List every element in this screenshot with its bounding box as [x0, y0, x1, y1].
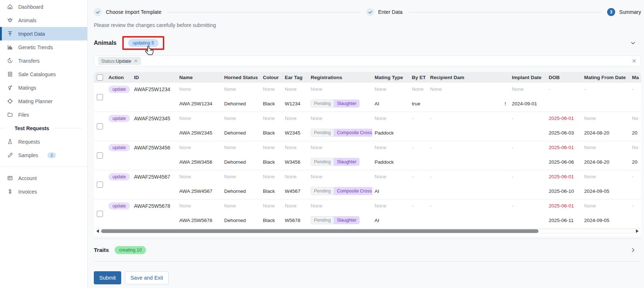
row-checkbox[interactable] — [97, 94, 103, 100]
update-badge: update — [108, 173, 130, 180]
flask-icon — [7, 139, 13, 145]
col-implant-date: Implant Date — [510, 75, 547, 80]
save-and-exit-button[interactable]: Save and Exit — [125, 271, 168, 284]
pen-icon — [7, 152, 13, 159]
registration-pending: Pending — [311, 216, 334, 224]
cell-old-registrations: None — [308, 83, 372, 96]
step-enter-data[interactable]: Enter Data — [366, 8, 403, 16]
cell-new-mating-from — [582, 96, 630, 112]
step1-check-icon — [94, 8, 102, 16]
sidebar-item-mating-planner[interactable]: Mating Planner — [0, 94, 87, 108]
scroll-left-arrow[interactable] — [96, 229, 99, 233]
step-summary[interactable]: 3 Summary — [607, 8, 641, 16]
row-checkbox[interactable] — [97, 182, 103, 188]
sidebar-item-label: Animals — [18, 17, 37, 23]
sidebar-item-transfers[interactable]: Transfers — [0, 54, 87, 67]
cell-new-mating-from: 2024-08-20 — [582, 125, 630, 141]
cell-new-colour: Black — [261, 125, 283, 141]
step1-label: Choose Import Template — [106, 9, 161, 15]
cell-old-implant-date: - — [510, 170, 547, 183]
scrollbar-track[interactable] — [100, 229, 635, 233]
cell-old-colour: None — [261, 170, 283, 183]
registration-type: Slaughter — [334, 216, 360, 224]
cell-old-horned: None — [222, 199, 261, 212]
folder-icon — [7, 112, 13, 118]
cell-old-colour: None — [261, 83, 283, 96]
row-checkbox[interactable] — [97, 211, 103, 217]
traits-expand-chevron-right-icon[interactable] — [629, 246, 637, 254]
cell-new-name: AWA 25W4567 — [177, 183, 222, 199]
cell-action: update — [106, 141, 132, 154]
col-action: Action — [106, 75, 132, 80]
cell-old-recipient-dam: - — [428, 112, 510, 125]
cell-old-horned: None — [222, 170, 261, 183]
cell-old-registrations: None — [308, 112, 372, 125]
catalogue-icon — [7, 71, 13, 78]
registration-pill: Pending Composite Cross — [311, 129, 372, 137]
row-checkbox[interactable] — [97, 123, 103, 129]
sidebar-item-files[interactable]: Files — [0, 108, 87, 121]
cell-old-mating-from: - — [582, 83, 630, 96]
cell-old-ear-tag: None — [283, 112, 308, 125]
cell-old-by-et: - — [410, 112, 428, 125]
sidebar: Dashboard Animals Import Data Genetic Tr… — [0, 0, 88, 288]
cell-old-ear-tag: None — [283, 141, 308, 154]
bar-chart-icon — [7, 44, 13, 51]
cell-old-name: None — [177, 112, 222, 125]
home-icon — [7, 4, 13, 10]
card-icon — [7, 175, 13, 182]
scrollbar-thumb[interactable] — [101, 229, 538, 233]
mating-icon — [7, 85, 13, 91]
cell-old-clipped: - — [630, 199, 641, 212]
cell-new-recipient-dam — [428, 154, 510, 170]
row-checkbox[interactable] — [97, 152, 103, 159]
sidebar-item-sale-catalogues[interactable]: Sale Catalogues — [0, 67, 87, 81]
step2-check-icon — [366, 8, 374, 16]
chip-remove-icon[interactable] — [134, 59, 138, 63]
cell-old-mating-from: None — [582, 112, 630, 125]
sidebar-item-samples[interactable]: Samples 2 — [0, 148, 87, 162]
animals-collapse-chevron-down-icon[interactable] — [629, 39, 637, 47]
cell-empty — [106, 183, 132, 199]
cell-new-horned: Dehorned — [222, 125, 261, 141]
sidebar-item-genetic-trends[interactable]: Genetic Trends — [0, 40, 87, 54]
col-colour: Colour — [261, 75, 283, 80]
animals-table-card: Action ID Name Horned Status Colour Ear … — [94, 72, 641, 236]
step-choose-template[interactable]: Choose Import Template — [94, 8, 161, 16]
clear-filters-icon[interactable] — [632, 58, 637, 63]
cell-new-colour: Black — [261, 212, 283, 228]
sidebar-item-invoices[interactable]: Invoices — [0, 185, 87, 198]
cell-old-ear-tag: None — [283, 199, 308, 212]
sidebar-item-label: Mating Planner — [18, 98, 53, 104]
sidebar-item-animals[interactable]: Animals — [0, 13, 87, 27]
sidebar-item-account[interactable]: Account — [0, 171, 87, 185]
sidebar-item-matings[interactable]: Matings — [0, 81, 87, 94]
animals-section-header: Animals updating 5 — [94, 35, 641, 51]
sidebar-item-import-data[interactable]: Import Data — [0, 27, 87, 40]
sidebar-item-dashboard[interactable]: Dashboard — [0, 0, 87, 13]
cell-old-colour: None — [261, 199, 283, 212]
table-row: update AWAF25W5678 None None None None N… — [94, 199, 641, 229]
update-badge: update — [108, 144, 130, 151]
cell-new-mating-from: 2024-09-05 — [582, 183, 630, 199]
cell-id: AWAF25W1234 — [132, 83, 177, 96]
sidebar-divider — [0, 167, 87, 167]
cell-new-name: AWA 25W5678 — [177, 212, 222, 228]
cell-empty — [106, 125, 132, 141]
update-badge: update — [108, 86, 130, 93]
cell-old-by-et: - — [410, 141, 428, 154]
cell-old-mating-type: None — [372, 170, 410, 183]
cell-old-mating-from: None — [582, 199, 630, 212]
step2-label: Enter Data — [378, 9, 403, 15]
cell-new-mating-type: Paddock — [372, 154, 410, 170]
select-all-checkbox[interactable] — [97, 74, 103, 81]
col-dob: DOB — [547, 75, 582, 80]
submit-button[interactable]: Submit — [94, 271, 121, 284]
cell-new-name: AWA 25W2345 — [177, 125, 222, 141]
scroll-right-arrow[interactable] — [636, 229, 639, 233]
sidebar-item-requests[interactable]: Requests — [0, 135, 87, 148]
cell-old-mating-type: None — [372, 199, 410, 212]
registration-pill: Pending Slaughter — [311, 158, 360, 166]
cell-old-by-et: - — [410, 170, 428, 183]
cell-old-mating-from: None — [582, 141, 630, 154]
